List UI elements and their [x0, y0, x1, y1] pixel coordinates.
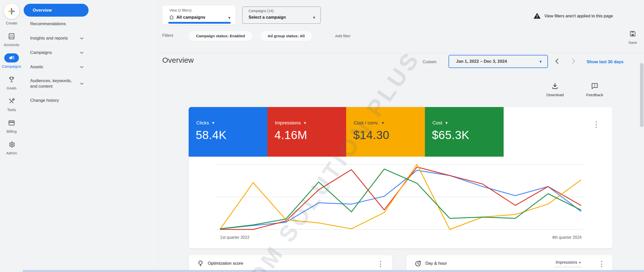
download-label: Download [546, 93, 564, 97]
view-selector-label: View (2 filters) [169, 8, 191, 12]
caret-down-icon: ▼ [381, 121, 385, 125]
x-axis-start-label: 1st quarter 2022 [220, 235, 250, 240]
vertical-scrollbar-thumb[interactable] [640, 63, 643, 127]
filter-chips: Campaign status: EnabledAd group status:… [188, 31, 312, 41]
rail-item-campaigns[interactable]: Campaigns [2, 53, 21, 69]
trophy-icon [4, 75, 19, 84]
date-range-picker[interactable]: Jan 1, 2022 – Dec 3, 2024 ▼ [449, 55, 548, 68]
nav-item-overview[interactable]: Overview [24, 4, 89, 17]
trend-chart-svg [215, 162, 584, 233]
lightbulb-icon [197, 260, 204, 267]
create-button[interactable]: Create [4, 4, 19, 25]
gear-icon [4, 140, 19, 149]
view-selector-value: All campaigns [176, 15, 205, 20]
save-button[interactable]: Save [624, 30, 641, 45]
view-selector-active-bar [168, 22, 231, 24]
feedback-label: Feedback [586, 93, 603, 97]
home-icon [169, 15, 174, 20]
day-hour-title: Day & hour [425, 261, 447, 266]
metric-tile-cost[interactable]: Cost▼$65.3K [425, 107, 504, 157]
optimization-score-card: Optimization score ⋮ [189, 255, 392, 272]
rail-item-tools[interactable]: Tools [2, 97, 21, 112]
nav-item-insights-and-reports[interactable]: Insights and reports [24, 31, 89, 45]
download-icon [551, 82, 559, 90]
billing-icon [4, 118, 19, 127]
caret-down-icon: ▼ [539, 59, 542, 64]
more-options-icon[interactable]: ⋮ [377, 261, 384, 267]
date-next-button[interactable] [570, 57, 577, 65]
chevron-down-icon [79, 50, 85, 55]
plus-icon [4, 4, 19, 19]
metric-tile-clicks[interactable]: Clicks▼58.4K [189, 107, 267, 157]
save-label: Save [628, 40, 637, 45]
nav-item-audiences-keywords-and-content[interactable]: Audiences, keywords, and content [24, 74, 89, 93]
metric-tile-cost-conv[interactable]: Cost / conv.▼$14.30 [346, 107, 425, 157]
nav-item-assets[interactable]: Assets [24, 60, 89, 74]
campaign-selector-value: Select a campaign [249, 15, 286, 20]
caret-down-icon: ▼ [312, 15, 316, 20]
view-filters-warning: View filters aren't applied to this page [533, 12, 613, 20]
rail-item-goals[interactable]: Goals [2, 75, 21, 90]
nav-item-recommendations[interactable]: Recommendations [24, 17, 89, 31]
date-mode-label: Custom [423, 60, 436, 64]
warning-text: View filters aren't applied to this page [544, 14, 613, 18]
google-ads-overview-page: Create AccountsCampaignsGoalsToolsBillin… [0, 0, 644, 272]
nav-content-divider [158, 0, 158, 272]
horizontal-scrollbar[interactable] [23, 270, 644, 272]
campaign-selector-label: Campaigns (14) [249, 9, 274, 13]
nav-item-campaigns[interactable]: Campaigns [24, 45, 89, 60]
metric-tiles: Clicks▼58.4KImpressions▼4.16MCost / conv… [189, 107, 504, 157]
rail-item-accounts[interactable]: Accounts [2, 32, 21, 47]
caret-down-icon: ▼ [212, 121, 215, 125]
rail-item-billing[interactable]: Billing [2, 118, 21, 133]
more-options-icon[interactable]: ⋮ [598, 261, 606, 267]
add-filter-button[interactable]: Add filter [335, 34, 350, 38]
caret-down-icon: ▼ [227, 16, 231, 20]
date-prev-button[interactable] [553, 57, 561, 65]
caret-down-icon: ▼ [445, 121, 448, 125]
caret-down-icon: ▼ [303, 121, 307, 125]
series-line-clicks [220, 170, 581, 229]
accounts-icon [4, 32, 19, 41]
day-hour-metric-selector[interactable]: Impressions ▼ [554, 260, 582, 267]
x-axis-end-label: 4th quarter 2024 [528, 235, 582, 240]
chevron-down-icon [79, 81, 85, 86]
warning-icon [533, 12, 541, 20]
save-icon [629, 30, 636, 37]
toolbar-divider [158, 53, 644, 53]
icon-rail: Create AccountsCampaignsGoalsToolsBillin… [0, 0, 23, 272]
chevron-down-icon [79, 64, 85, 70]
tools-icon [4, 97, 19, 106]
chevron-left-icon [553, 57, 561, 65]
section-nav: OverviewRecommendationsInsights and repo… [23, 0, 99, 272]
caret-down-icon: ▼ [578, 261, 581, 264]
more-options-icon[interactable]: ⋮ [592, 121, 600, 128]
chevron-right-icon [570, 57, 577, 65]
campaign-selector[interactable]: Campaigns (14) Select a campaign ▼ [242, 7, 321, 24]
chevron-down-icon [79, 36, 85, 41]
feedback-icon [591, 82, 599, 90]
date-range-value: Jan 1, 2022 – Dec 3, 2024 [456, 59, 507, 64]
rail-item-admin[interactable]: Admin [2, 140, 21, 155]
filter-chip-ad-group-status-all[interactable]: Ad group status: All [260, 31, 313, 41]
show-last-30-days-link[interactable]: Show last 30 days [587, 59, 623, 64]
filters-label: Filters [162, 33, 173, 38]
day-hour-metric-value: Impressions [555, 260, 577, 264]
page-title: Overview [162, 56, 194, 64]
day-hour-card: Day & hour Impressions ▼ ⋮ [406, 255, 613, 272]
feedback-button[interactable]: Feedback [586, 82, 603, 97]
clock-icon [414, 260, 422, 267]
megaphone-icon [4, 53, 19, 62]
optimization-score-title: Optimization score [208, 261, 243, 266]
filter-chip-campaign-status-enabled[interactable]: Campaign status: Enabled [188, 31, 253, 41]
nav-item-change-history[interactable]: Change history [24, 93, 89, 108]
view-selector[interactable]: View (2 filters) All campaigns ▼ [162, 6, 236, 25]
create-label: Create [6, 21, 17, 25]
metric-tile-impressions[interactable]: Impressions▼4.16M [267, 107, 346, 157]
download-button[interactable]: Download [546, 82, 564, 97]
